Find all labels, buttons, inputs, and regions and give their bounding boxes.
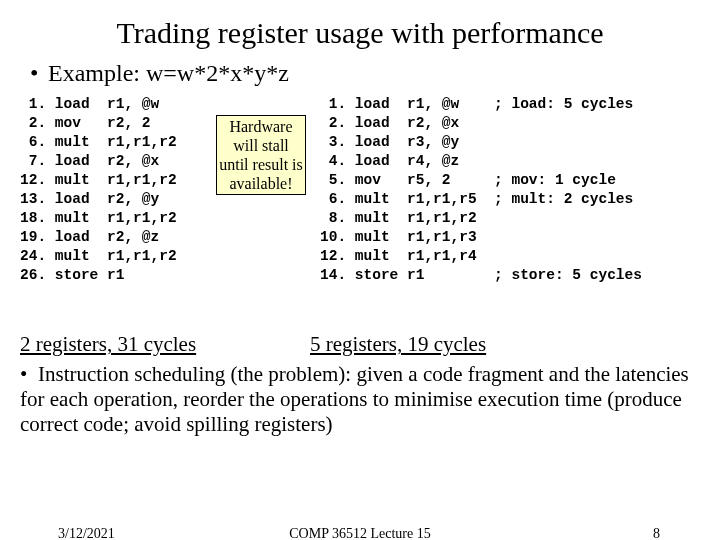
footer-center: COMP 36512 Lecture 15 [0, 526, 720, 540]
scheduling-text: Instruction scheduling (the problem): gi… [20, 362, 689, 436]
scheduling-bullet: •Instruction scheduling (the problem): g… [20, 362, 700, 437]
example-text: Example: w=w*2*x*y*z [48, 60, 289, 86]
caption-right: 5 registers, 19 cycles [310, 332, 486, 357]
code-left: 1. load r1, @w 2. mov r2, 2 6. mult r1,r… [20, 95, 177, 285]
footer-page: 8 [653, 526, 660, 540]
caption-left: 2 registers, 31 cycles [20, 332, 196, 357]
slide-title: Trading register usage with performance [20, 16, 700, 50]
hardware-note-box: Hardware will stall until result is avai… [216, 115, 306, 195]
code-right: 1. load r1, @w ; load: 5 cycles 2. load … [320, 95, 642, 285]
example-bullet: •Example: w=w*2*x*y*z [30, 60, 700, 87]
